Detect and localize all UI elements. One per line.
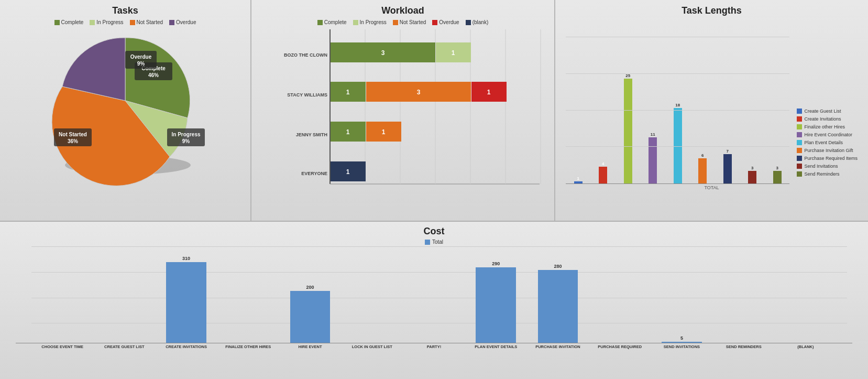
cost-chart-area: 310 200 290 [10, 247, 858, 343]
cost-val-hire: 200 [306, 285, 314, 290]
cost-legend-total-label: Total [432, 239, 443, 245]
cost-legend-total-box [425, 240, 430, 245]
legend-complete-box [54, 20, 60, 25]
label-inprogress-text1: In Progress [171, 132, 200, 137]
cost-bar-purchase-inv [538, 270, 578, 343]
cost-title: Cost [10, 226, 858, 237]
workload-panel: Workload Complete In Progress Not Starte… [251, 0, 555, 221]
cost-col-plan: 290 [465, 261, 527, 343]
tl-legend: Create Guest List Create Invitations Fin… [789, 109, 858, 184]
cost-col-send-inv: 5 [651, 335, 712, 343]
dashboard: Tasks Complete In Progress Not Started O… [0, 0, 868, 379]
cost-legend: Total [10, 239, 858, 245]
label-notstarted-text2: 36% [68, 138, 78, 144]
cost-col-hire: 200 [279, 285, 341, 343]
tasks-panel: Tasks Complete In Progress Not Started O… [0, 0, 251, 221]
legend-inprogress-box [90, 20, 95, 25]
wl-val-everyone-blank: 1 [346, 168, 350, 176]
cost-bar-hire [290, 291, 331, 343]
pie-container: Complete 46% In Progress 9% Not Started … [5, 27, 245, 179]
wl-label-stacy: STACY WILLIAMS [287, 92, 327, 98]
wl-legend-blank: (blank) [466, 19, 489, 25]
tl-legend-1: Create Guest List [797, 109, 858, 114]
wl-legend-inprogress-label: In Progress [360, 19, 387, 25]
tl-legend-label-9: Send Reminders [804, 171, 839, 177]
cost-val-purchase-inv: 280 [554, 264, 562, 269]
tl-legend-box-9 [797, 171, 802, 177]
cost-col-invitations: 310 [155, 256, 217, 343]
tl-legend-label-4: Hire Event Coordinator [804, 132, 852, 137]
tl-legend-box-7 [797, 156, 802, 161]
cost-val-send-inv: 5 [680, 335, 683, 341]
tl-legend-label-7: Purchase Required Items [804, 156, 858, 161]
tl-legend-box-6 [797, 148, 802, 153]
wl-val-jenny-notstarted: 1 [382, 128, 386, 136]
tl-legend-7: Purchase Required Items [797, 156, 858, 161]
label-notstarted-text1: Not Started [59, 132, 87, 137]
tl-legend-box-1 [797, 109, 802, 114]
legend-inprogress: In Progress [90, 19, 123, 25]
legend-overdue-box [169, 20, 174, 25]
legend-complete: Complete [54, 19, 84, 25]
tasks-legend: Complete In Progress Not Started Overdue [5, 19, 245, 25]
cost-panel: Cost Total [0, 222, 868, 379]
tl-legend-6: Purchase Invitation Gift [797, 148, 858, 153]
wl-legend-blank-box [466, 20, 471, 25]
wl-legend-inprogress: In Progress [353, 19, 387, 25]
wl-legend-notstarted-label: Not Started [400, 19, 426, 25]
wl-label-everyone: EVERYONE [301, 171, 327, 176]
tl-legend-label-5: Plan Event Details [804, 140, 843, 145]
wl-legend-notstarted-box [393, 20, 398, 25]
wl-legend-overdue: Overdue [432, 19, 459, 25]
tl-legend-8: Send Invitations [797, 164, 858, 169]
top-row: Tasks Complete In Progress Not Started O… [0, 0, 868, 222]
label-overdue-text1: Overdue [130, 54, 152, 60]
cost-col-purchase-inv: 280 [527, 264, 589, 343]
legend-inprogress-label: In Progress [96, 19, 123, 25]
workload-legend: Complete In Progress Not Started Overdue… [257, 19, 549, 25]
wl-val-stacy-overdue: 1 [487, 89, 491, 96]
legend-notstarted-box [130, 20, 135, 25]
wl-legend-blank-label: (blank) [473, 19, 489, 25]
wl-legend-complete: Complete [317, 19, 347, 25]
wl-legend-overdue-box [432, 20, 437, 25]
tl-legend-box-4 [797, 132, 802, 137]
wl-val-bozo-inprogress: 1 [452, 49, 455, 57]
tl-legend-2: Create Invitations [797, 116, 858, 122]
cost-bar-plan [476, 267, 516, 343]
legend-overdue: Overdue [169, 19, 196, 25]
legend-complete-label: Complete [61, 19, 84, 25]
tl-legend-4: Hire Event Coordinator [797, 132, 858, 137]
pie-chart: Complete 46% In Progress 9% Not Started … [47, 30, 204, 177]
tl-legend-box-5 [797, 140, 802, 145]
tasks-title: Tasks [5, 5, 245, 16]
wl-val-bozo-complete: 3 [381, 49, 385, 57]
tl-legend-label-8: Send Invitations [804, 164, 838, 169]
tl-legend-label-3: Finalize other Hires [804, 124, 845, 129]
wl-legend-complete-box [317, 20, 323, 25]
label-complete-text2: 46% [148, 72, 159, 78]
cost-axis-line [16, 343, 852, 343]
wl-legend-overdue-label: Overdue [439, 19, 459, 25]
wl-val-stacy-complete: 1 [346, 89, 350, 96]
label-inprogress-text2: 9% [182, 138, 190, 144]
wl-label-jenny: JENNY SMITH [296, 132, 327, 137]
wl-label-bozo: BOZO THE CLOWN [284, 52, 327, 58]
tl-legend-9: Send Reminders [797, 171, 858, 177]
tl-legend-label-2: Create Invitations [804, 116, 841, 122]
workload-title: Workload [257, 5, 549, 16]
tasklengths-panel: Task Lengths 1 [555, 0, 868, 221]
cost-val-plan: 290 [492, 261, 500, 266]
tl-legend-box-2 [797, 116, 802, 122]
tl-grid [566, 37, 789, 183]
tl-legend-5: Plan Event Details [797, 140, 858, 145]
legend-notstarted: Not Started [130, 19, 163, 25]
tl-bars-area: 1 4 25 11 [566, 37, 789, 184]
cost-val-invitations: 310 [182, 256, 190, 261]
wl-val-jenny-complete: 1 [346, 128, 350, 136]
tl-legend-label-1: Create Guest List [804, 109, 841, 114]
tasklengths-title: Task Lengths [561, 5, 863, 16]
label-overdue-text2: 9% [137, 61, 145, 67]
wl-legend-complete-label: Complete [324, 19, 347, 25]
cost-chart-wrapper: 310 200 290 [10, 247, 858, 349]
